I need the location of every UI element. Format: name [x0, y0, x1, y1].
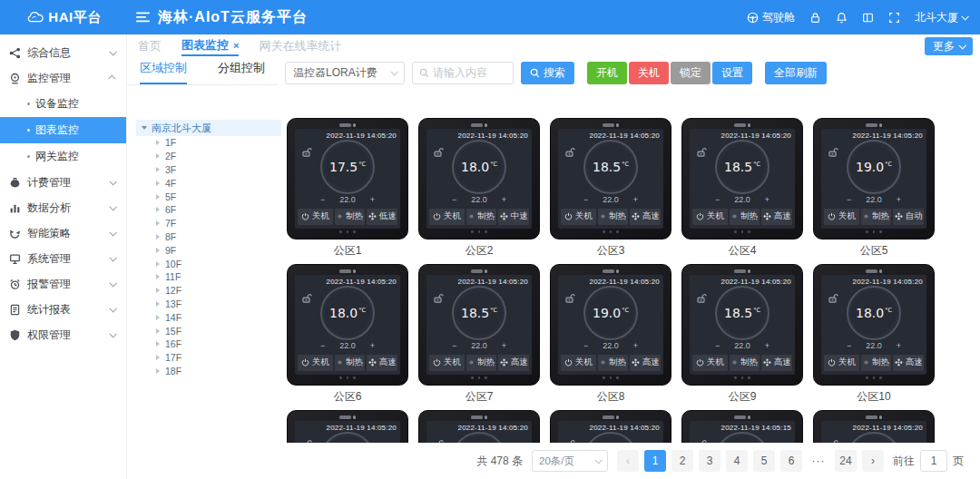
tree-floor-node[interactable]: 4F	[136, 176, 281, 190]
tree-floor-node[interactable]: 18F	[136, 365, 281, 378]
thermostat-card[interactable]: 2022-11-19 14:05:20 18.0°C − 22.0 + 关机 制…	[813, 264, 935, 406]
page-size-select[interactable]: 20条/页	[532, 450, 608, 472]
tree-floor-node[interactable]: 12F	[136, 284, 281, 298]
thermostat-card[interactable]: 2022-11-19 14:05:20 20.0°C − 22.0 + 关机 制…	[550, 410, 671, 443]
page-button[interactable]: 3	[699, 450, 720, 472]
tree-floor-node[interactable]: 11F	[136, 270, 281, 284]
project-switcher[interactable]: 北斗大厦	[915, 10, 967, 25]
thermostat-card[interactable]: 2022-11-19 14:05:20 18.0°C − 22.0 + 关机 制…	[287, 264, 408, 406]
increase-button[interactable]: +	[765, 341, 769, 350]
decrease-button[interactable]: −	[847, 341, 851, 350]
tree-floor-node[interactable]: 8F	[136, 230, 281, 244]
decrease-button[interactable]: −	[847, 195, 851, 204]
action-button[interactable]: 关机	[629, 62, 669, 84]
tab-active[interactable]: 图表监控 ×	[181, 36, 239, 56]
close-icon[interactable]: ×	[233, 40, 239, 51]
decrease-button[interactable]: −	[715, 195, 720, 204]
thermostat-card[interactable]: 2022-11-19 14:05:20 18.0°C − 22.0 + 关机 制…	[418, 118, 540, 259]
thermostat-card[interactable]: 2022-11-19 14:05:20 17.5°C − 22.0 + 关机 制…	[287, 118, 408, 259]
search-button[interactable]: 搜索	[521, 62, 574, 84]
decrease-button[interactable]: −	[320, 341, 325, 350]
tree-floor-node[interactable]: 9F	[136, 243, 281, 257]
refresh-all-button[interactable]: 全部刷新	[765, 62, 827, 84]
increase-button[interactable]: +	[502, 341, 506, 350]
tab-item[interactable]: 网关在线率统计	[259, 36, 341, 56]
device-type-select[interactable]: 温控器LORA计费	[285, 62, 405, 84]
increase-button[interactable]: +	[765, 195, 769, 204]
sidebar-item[interactable]: 监控管理	[0, 65, 126, 91]
tree-floor-node[interactable]: 10F	[136, 257, 281, 270]
page-button[interactable]: 24	[835, 450, 857, 472]
increase-button[interactable]: +	[633, 341, 638, 350]
page-button[interactable]: 6	[780, 450, 802, 472]
action-button[interactable]: 锁定	[671, 62, 710, 84]
tree-root-node[interactable]: 南京北斗大厦	[136, 120, 281, 136]
tree-floor-node[interactable]: 16F	[136, 337, 281, 351]
page-button[interactable]: 2	[671, 450, 693, 472]
action-button[interactable]: 设置	[712, 62, 752, 84]
increase-button[interactable]: +	[370, 195, 375, 204]
goto-page-input[interactable]	[920, 450, 947, 472]
tree-floor-node[interactable]: 1F	[136, 136, 281, 150]
sidebar-item[interactable]: 报警管理	[0, 271, 126, 297]
increase-button[interactable]: +	[370, 341, 375, 350]
increase-button[interactable]: +	[897, 195, 901, 204]
increase-button[interactable]: +	[502, 195, 506, 204]
tab-item[interactable]: 首页	[138, 36, 162, 56]
thermostat-card[interactable]: 2022-11-19 14:05:15 20.5°C − 22.0 + 关机 制…	[681, 410, 803, 443]
sidebar-item[interactable]: 综合信息	[0, 40, 126, 65]
thermostat-card[interactable]: 2022-11-19 14:05:20 19.0°C − 22.0 + 关机 制…	[813, 118, 935, 259]
sidebar-item[interactable]: 计费管理	[0, 170, 126, 195]
tree-floor-node[interactable]: 14F	[136, 310, 281, 324]
tree-floor-node[interactable]: 7F	[136, 217, 281, 230]
sidebar-subitem[interactable]: 网关监控	[0, 143, 126, 170]
subtab[interactable]: 区域控制	[140, 60, 187, 84]
decrease-button[interactable]: −	[452, 195, 456, 204]
layout-panel-icon[interactable]	[862, 12, 874, 24]
thermostat-card[interactable]: 2022-11-19 14:05:20 19.5°C − 22.0 + 关机 制…	[418, 410, 540, 443]
tree-floor-node[interactable]: 6F	[136, 203, 281, 217]
decrease-button[interactable]: −	[583, 195, 588, 204]
increase-button[interactable]: +	[897, 341, 901, 350]
fullscreen-icon[interactable]	[888, 12, 900, 24]
sidebar-item[interactable]: 系统管理	[0, 246, 126, 271]
sidebar-item[interactable]: 权限管理	[0, 322, 126, 347]
decrease-button[interactable]: −	[583, 341, 588, 350]
thermostat-card[interactable]: 2022-11-19 14:05:20 18.5°C − 22.0 + 关机 制…	[681, 118, 803, 259]
sidebar-subitem[interactable]: 图表监控	[0, 117, 126, 143]
decrease-button[interactable]: −	[452, 341, 456, 350]
action-button[interactable]: 开机	[587, 62, 627, 84]
decrease-button[interactable]: −	[320, 195, 325, 204]
tree-floor-node[interactable]: 17F	[136, 351, 281, 365]
tree-floor-node[interactable]: 5F	[136, 190, 281, 203]
tree-floor-node[interactable]: 13F	[136, 298, 281, 311]
bell-icon[interactable]	[836, 12, 848, 24]
more-button[interactable]: 更多	[925, 37, 973, 55]
thermostat-card[interactable]: 2022-11-19 14:05:20 20.0°C − 22.0 + 关机 制…	[813, 410, 935, 443]
decrease-button[interactable]: −	[715, 341, 720, 350]
sidebar-collapse-button[interactable]	[127, 12, 158, 23]
sidebar-item[interactable]: 智能策略	[0, 220, 126, 246]
increase-button[interactable]: +	[633, 195, 638, 204]
thermostat-card[interactable]: 2022-11-19 14:05:20 18.5°C − 22.0 + 关机 制…	[550, 118, 671, 259]
page-button[interactable]: 4	[726, 450, 748, 472]
thermostat-card[interactable]: 2022-11-19 14:05:20 18.0°C − 22.0 + 关机 制…	[287, 410, 408, 443]
tree-floor-node[interactable]: 15F	[136, 324, 281, 337]
thermostat-card[interactable]: 2022-11-19 14:05:20 19.0°C − 22.0 + 关机 制…	[550, 264, 671, 406]
tree-floor-node[interactable]: 3F	[136, 163, 281, 177]
page-button[interactable]: 1	[644, 450, 666, 472]
page-button[interactable]: 5	[753, 450, 775, 472]
lock-icon[interactable]	[809, 12, 821, 24]
sidebar-subitem[interactable]: 设备监控	[0, 91, 126, 117]
thermostat-card[interactable]: 2022-11-19 14:05:20 18.5°C − 22.0 + 关机 制…	[681, 264, 803, 406]
thermostat-card[interactable]: 2022-11-19 14:05:20 18.5°C − 22.0 + 关机 制…	[418, 264, 540, 406]
tree-floor-node[interactable]: 2F	[136, 150, 281, 163]
prev-page-button[interactable]: ‹	[617, 450, 639, 472]
cockpit-button[interactable]: 驾驶舱	[747, 10, 795, 25]
search-input[interactable]	[433, 66, 505, 79]
ellipsis-pages[interactable]: ···	[808, 450, 829, 472]
sidebar-item[interactable]: 统计报表	[0, 297, 126, 322]
next-page-button[interactable]: ›	[862, 450, 884, 472]
sidebar-item[interactable]: 数据分析	[0, 195, 126, 220]
subtab[interactable]: 分组控制	[218, 60, 265, 84]
